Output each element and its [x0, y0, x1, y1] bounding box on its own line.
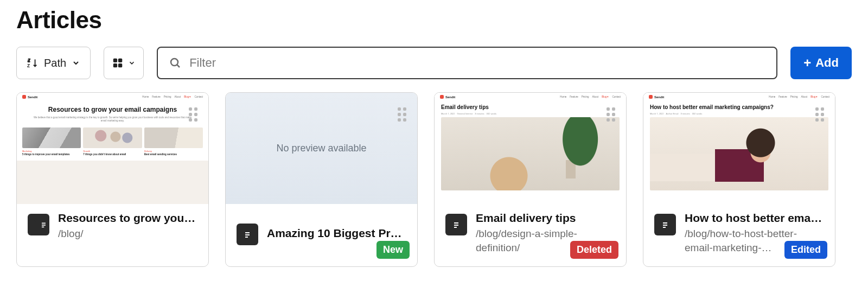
toolbar: A Z Path + Add: [16, 47, 852, 79]
chevron-down-icon: [128, 59, 136, 67]
card-meta: How to host better email… /blog/how-to-h…: [643, 204, 835, 266]
grid-icon: [112, 57, 124, 69]
sort-label: Path: [44, 57, 66, 69]
drag-handle-icon[interactable]: [812, 107, 827, 122]
view-mode-button[interactable]: [104, 47, 144, 79]
document-icon: [445, 214, 467, 235]
card-title: Amazing 10 Biggest Pro…: [267, 227, 406, 240]
svg-text:Z: Z: [27, 63, 30, 68]
add-label: Add: [815, 56, 839, 70]
card-preview: Sendit HomeFeaturePricingAboutBlog ▾Cont…: [643, 93, 835, 204]
add-button[interactable]: + Add: [790, 47, 852, 79]
svg-rect-5: [118, 63, 122, 67]
article-card[interactable]: Sendit HomeFeaturePricingAboutBlog ▾Cont…: [434, 92, 627, 267]
sort-button[interactable]: A Z Path: [16, 47, 91, 79]
search-icon: [169, 56, 182, 69]
card-title: How to host better email…: [685, 212, 824, 225]
status-badge: New: [376, 241, 410, 259]
filter-search[interactable]: [157, 47, 777, 79]
card-title: Email delivery tips: [476, 212, 615, 225]
article-card[interactable]: Sendit HomeFeaturePricingAboutBlog ▾Cont…: [643, 92, 835, 267]
status-badge: Deleted: [570, 241, 618, 259]
card-title: Resources to grow your e…: [58, 212, 197, 225]
status-badge: Edited: [784, 241, 827, 259]
article-card[interactable]: Sendit Home Feature Pricing About Blog ▾…: [16, 92, 209, 267]
sort-az-icon: A Z: [27, 57, 39, 69]
card-meta: Resources to grow your e… /blog/: [17, 204, 208, 266]
drag-handle-icon[interactable]: [186, 107, 201, 122]
drag-handle-icon[interactable]: [603, 107, 618, 122]
filter-input[interactable]: [189, 56, 765, 70]
card-meta: Amazing 10 Biggest Pro… New: [226, 204, 417, 266]
plus-icon: +: [803, 56, 811, 69]
svg-rect-2: [113, 59, 117, 62]
cards-grid: Sendit Home Feature Pricing About Blog ▾…: [16, 92, 852, 267]
svg-text:A: A: [27, 58, 30, 63]
page-title: Articles: [16, 7, 852, 34]
svg-rect-4: [113, 63, 117, 67]
svg-rect-3: [118, 59, 122, 62]
document-icon: [237, 224, 258, 245]
chevron-down-icon: [72, 59, 80, 67]
card-meta: Email delivery tips /blog/design-a-simpl…: [435, 204, 626, 266]
article-card[interactable]: No preview available Amazing 10 Biggest …: [225, 92, 418, 267]
drag-handle-icon[interactable]: [394, 107, 410, 122]
document-icon: [28, 214, 49, 235]
card-preview: Sendit Home Feature Pricing About Blog ▾…: [17, 93, 208, 204]
svg-line-7: [177, 65, 180, 67]
card-preview: Sendit HomeFeaturePricingAboutBlog ▾Cont…: [435, 93, 626, 204]
svg-point-6: [171, 59, 178, 66]
card-path: /blog/: [58, 227, 197, 241]
document-icon: [654, 214, 676, 235]
card-preview-none: No preview available: [226, 93, 417, 204]
